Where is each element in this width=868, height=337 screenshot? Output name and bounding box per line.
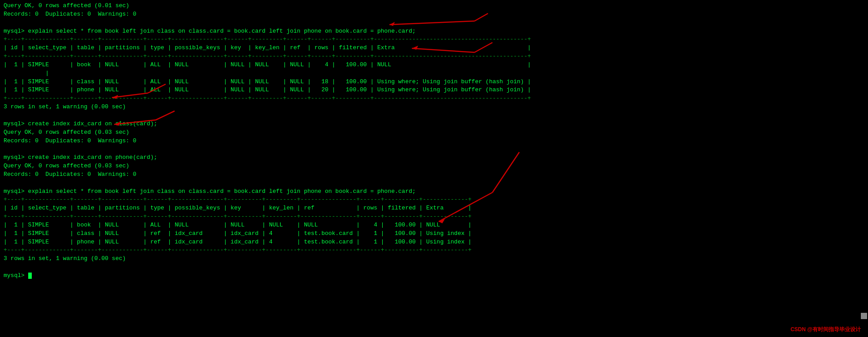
line-prompt[interactable]: mysql> <box>4 272 864 280</box>
line-explain-1: mysql> explain select * from book left j… <box>4 27 864 36</box>
line-sep-6: +----+-------------+-------+------------… <box>4 246 864 255</box>
line-row-4: | 1 | SIMPLE | book | NULL | ALL | NULL … <box>4 221 864 230</box>
line-records-1: Records: 0 Duplicates: 0 Warnings: 0 <box>4 10 864 19</box>
line-row-5: | 1 | SIMPLE | class | NULL | ref | idx_… <box>4 230 864 238</box>
terminal: Query OK, 0 rows affected (0.01 sec) Rec… <box>0 0 868 337</box>
line-create-idx-1: mysql> create index idx_card on class(ca… <box>4 120 864 128</box>
line-query-ok-2: Query OK, 0 rows affected (0.03 sec) <box>4 128 864 137</box>
line-rows-2: 3 rows in set, 1 warning (0.00 sec) <box>4 255 864 263</box>
line-row-6: | 1 | SIMPLE | phone | NULL | ref | idx_… <box>4 238 864 247</box>
line-explain-2: mysql> explain select * from book left j… <box>4 188 864 196</box>
line-sep-5: +----+-------------+-------+------------… <box>4 213 864 221</box>
line-sep-1: +----+-------------+-------+------------… <box>4 35 864 44</box>
line-query-ok-3: Query OK, 0 rows affected (0.03 sec) <box>4 162 864 171</box>
line-empty-3 <box>4 145 864 154</box>
line-records-3: Records: 0 Duplicates: 0 Warnings: 0 <box>4 171 864 179</box>
line-empty-1 <box>4 19 864 27</box>
line-create-idx-2: mysql> create index idx_card on phone(ca… <box>4 154 864 162</box>
line-empty-4 <box>4 179 864 188</box>
line-query-ok-1: Query OK, 0 rows affected (0.01 sec) <box>4 2 864 10</box>
line-sep-2: +----+-------------+-------+------------… <box>4 52 864 61</box>
terminal-output: Query OK, 0 rows affected (0.01 sec) Rec… <box>4 2 864 280</box>
line-records-2: Records: 0 Duplicates: 0 Warnings: 0 <box>4 137 864 145</box>
watermark: CSDN @有时间指导毕业设计 <box>791 326 861 333</box>
line-header-1: | id | select_type | table | partitions … <box>4 44 864 52</box>
line-row-3: | 1 | SIMPLE | phone | NULL | ALL | NULL… <box>4 86 864 94</box>
line-row-1: | 1 | SIMPLE | book | NULL | ALL | NULL … <box>4 61 864 69</box>
line-rows-1: 3 rows in set, 1 warning (0.00 sec) <box>4 103 864 111</box>
line-header-2: | id | select_type | table | partitions … <box>4 204 864 213</box>
line-sep-3: +----+-------------+-------+------------… <box>4 94 864 103</box>
line-row-2: | 1 | SIMPLE | class | NULL | ALL | NULL… <box>4 78 864 86</box>
line-row-1b: | <box>4 69 864 78</box>
line-sep-4: +----+-------------+-------+------------… <box>4 196 864 204</box>
line-empty-2 <box>4 111 864 120</box>
scrollbar-thumb[interactable] <box>861 313 867 319</box>
line-empty-5 <box>4 263 864 272</box>
